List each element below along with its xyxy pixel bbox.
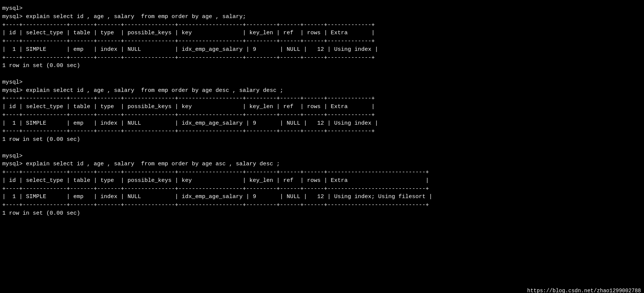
header-3: | id | select_type | table | type | poss… — [2, 177, 642, 185]
separator-3b: +----+-------------+-------+-------+----… — [2, 185, 642, 193]
datarow-1: | 1 | SIMPLE | emp | index | NULL | idx_… — [2, 46, 642, 54]
url-bar: https://blog.csdn.net/zhao1299002788 — [527, 288, 641, 293]
separator-2b: +----+-------------+-------+-------+----… — [2, 111, 642, 119]
rowcount-3: 1 row in set (0.00 sec) — [2, 209, 642, 218]
rowcount-1: 1 row in set (0.00 sec) — [2, 62, 642, 70]
empty-1 — [2, 70, 642, 78]
separator-1c: +----+-------------+-------+-------+----… — [2, 54, 642, 62]
datarow-2: | 1 | SIMPLE | emp | index | NULL | idx_… — [2, 119, 642, 128]
prompt-1b: mysql> explain select id , age , salary … — [2, 13, 642, 21]
separator-1b: +----+-------------+-------+-------+----… — [2, 37, 642, 46]
separator-3c: +----+-------------+-------+-------+----… — [2, 201, 642, 209]
separator-3a: +----+-------------+-------+-------+----… — [2, 168, 642, 177]
rowcount-2: 1 row in set (0.00 sec) — [2, 136, 642, 144]
prompt-2a: mysql> — [2, 78, 642, 87]
prompt-3a: mysql> — [2, 152, 642, 160]
header-2: | id | select_type | table | type | poss… — [2, 103, 642, 111]
separator-1a: +----+-------------+-------+-------+----… — [2, 21, 642, 29]
prompt-3b: mysql> explain select id , age , salary … — [2, 160, 642, 168]
empty-2 — [2, 144, 642, 152]
prompt-2b: mysql> explain select id , age , salary … — [2, 87, 642, 95]
separator-2a: +----+-------------+-------+-------+----… — [2, 95, 642, 103]
datarow-3: | 1 | SIMPLE | emp | index | NULL | idx_… — [2, 193, 642, 201]
terminal: mysql> mysql> explain select id , age , … — [0, 3, 644, 293]
prompt-1a: mysql> — [2, 5, 642, 13]
header-1: | id | select_type | table | type | poss… — [2, 29, 642, 37]
separator-2c: +----+-------------+-------+-------+----… — [2, 127, 642, 136]
